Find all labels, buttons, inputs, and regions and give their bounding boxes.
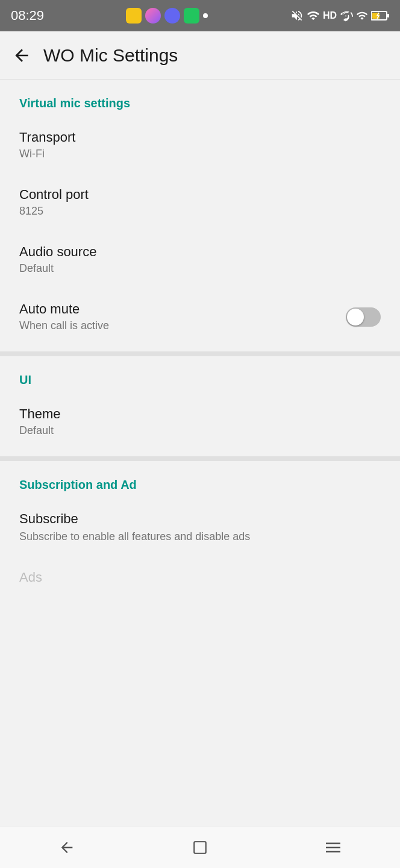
setting-auto-mute[interactable]: Auto mute When call is active — [0, 288, 400, 345]
nav-menu-icon — [325, 841, 342, 854]
setting-theme-value: Default — [19, 424, 381, 437]
nav-home-icon — [192, 840, 208, 855]
setting-audio-source-text: Audio source Default — [19, 244, 381, 275]
settings-content: Virtual mic settings Transport Wi-Fi Con… — [0, 80, 400, 826]
app-icon-yellow — [126, 8, 142, 24]
battery-icon — [371, 10, 389, 21]
nav-back-icon — [58, 839, 75, 856]
signal-icon-2 — [356, 10, 368, 22]
section-title-subscription: Subscription and Ad — [19, 478, 381, 492]
nav-back-button[interactable] — [43, 832, 91, 863]
divider-2 — [0, 456, 400, 461]
setting-transport-text: Transport Wi-Fi — [19, 130, 381, 160]
setting-control-port-label: Control port — [19, 187, 381, 203]
app-icon-purple — [164, 8, 180, 24]
page-title: WO Mic Settings — [43, 45, 178, 66]
setting-subscribe-label: Subscribe — [19, 511, 381, 527]
setting-audio-source-value: Default — [19, 262, 381, 275]
ads-label: Ads — [0, 558, 400, 591]
setting-audio-source[interactable]: Audio source Default — [0, 231, 400, 288]
app-icon-green — [184, 8, 199, 24]
setting-auto-mute-text: Auto mute When call is active — [19, 301, 346, 332]
setting-audio-source-label: Audio source — [19, 244, 381, 260]
setting-transport-value: Wi-Fi — [19, 148, 381, 160]
svg-rect-1 — [387, 14, 389, 17]
setting-transport[interactable]: Transport Wi-Fi — [0, 116, 400, 174]
section-title-ui: UI — [19, 373, 381, 387]
status-time: 08:29 — [11, 8, 44, 24]
toggle-knob — [347, 309, 364, 326]
right-status-icons: HD — [290, 9, 389, 22]
setting-control-port-value: 8125 — [19, 205, 381, 218]
auto-mute-toggle[interactable] — [346, 307, 381, 327]
setting-theme[interactable]: Theme Default — [0, 393, 400, 450]
status-bar: 08:29 HD — [0, 0, 400, 31]
svg-rect-3 — [194, 841, 206, 854]
setting-subscribe-description: Subscribe to enable all features and dis… — [19, 529, 381, 544]
mute-icon — [290, 9, 304, 22]
section-title-virtual-mic: Virtual mic settings — [19, 96, 381, 110]
setting-transport-label: Transport — [19, 130, 381, 145]
wifi-icon — [307, 9, 320, 22]
section-subscription: Subscription and Ad — [0, 461, 400, 492]
back-button[interactable] — [12, 46, 31, 65]
setting-control-port-text: Control port 8125 — [19, 187, 381, 218]
setting-control-port[interactable]: Control port 8125 — [0, 174, 400, 231]
top-app-bar: WO Mic Settings — [0, 31, 400, 80]
setting-theme-text: Theme Default — [19, 406, 381, 437]
section-virtual-mic: Virtual mic settings — [0, 80, 400, 110]
back-arrow-icon — [12, 46, 31, 65]
setting-auto-mute-label: Auto mute — [19, 301, 346, 317]
status-icons-group — [126, 8, 208, 24]
hd-icon: HD — [323, 10, 337, 21]
section-ui: UI — [0, 356, 400, 387]
dot-indicator — [203, 13, 208, 18]
app-icon-pink — [145, 8, 161, 24]
divider-1 — [0, 351, 400, 356]
nav-menu-button[interactable] — [309, 832, 357, 863]
setting-subscribe[interactable]: Subscribe Subscribe to enable all featur… — [0, 498, 400, 558]
nav-home-button[interactable] — [176, 832, 224, 863]
bottom-nav — [0, 826, 400, 868]
signal-icon-1 — [340, 9, 353, 22]
auto-mute-toggle-container — [346, 307, 381, 327]
setting-subscribe-text: Subscribe Subscribe to enable all featur… — [19, 511, 381, 544]
setting-theme-label: Theme — [19, 406, 381, 422]
setting-auto-mute-value: When call is active — [19, 319, 346, 332]
